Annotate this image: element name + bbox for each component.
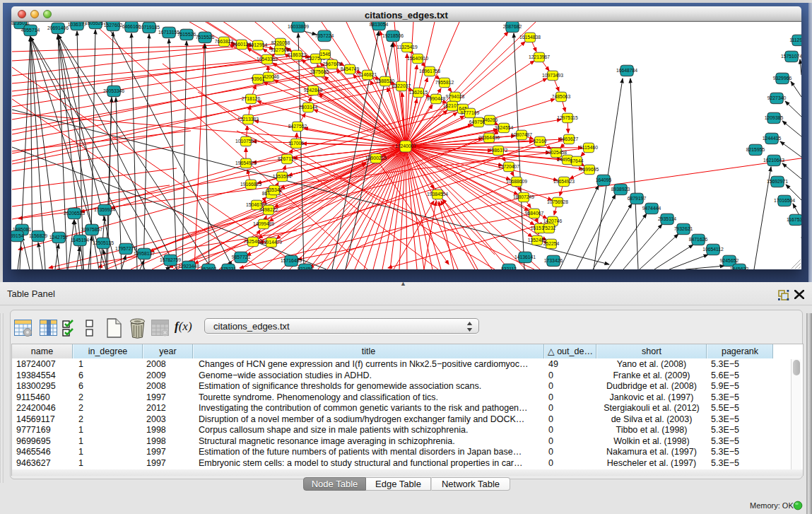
svg-text:1167533: 1167533 <box>787 217 801 222</box>
svg-text:8938923: 8938923 <box>611 187 630 192</box>
svg-text:2967608: 2967608 <box>323 62 342 66</box>
svg-text:13720407: 13720407 <box>498 164 519 169</box>
svg-text:7515526: 7515526 <box>196 35 215 40</box>
svg-text:9329966: 9329966 <box>773 76 792 81</box>
svg-text:8454749: 8454749 <box>341 66 360 71</box>
svg-text:117006: 117006 <box>288 141 304 146</box>
svg-text:11325419: 11325419 <box>396 45 418 49</box>
svg-text:75232: 75232 <box>543 226 556 230</box>
svg-text:18807249: 18807249 <box>513 194 534 199</box>
svg-text:2803144: 2803144 <box>299 105 318 110</box>
svg-text:7515526: 7515526 <box>177 32 196 37</box>
svg-text:10107553: 10107553 <box>235 139 257 144</box>
svg-text:13900215: 13900215 <box>365 156 387 160</box>
svg-text:9242848: 9242848 <box>304 88 323 93</box>
svg-text:1036377: 1036377 <box>68 22 87 27</box>
svg-text:14099489: 14099489 <box>253 221 274 226</box>
svg-text:20206523: 20206523 <box>64 211 85 216</box>
svg-text:16033809: 16033809 <box>288 24 309 29</box>
svg-text:9115460: 9115460 <box>579 145 598 150</box>
svg-text:16210643: 16210643 <box>763 158 784 163</box>
svg-text:16713155: 16713155 <box>158 30 180 35</box>
svg-text:16154838: 16154838 <box>519 35 541 40</box>
svg-text:3875685: 3875685 <box>310 69 329 74</box>
svg-text:12505135: 12505135 <box>93 240 114 245</box>
svg-text:952602: 952602 <box>201 267 217 269</box>
svg-text:16914479: 16914479 <box>261 240 282 245</box>
svg-text:87644: 87644 <box>570 158 584 163</box>
svg-text:30975857: 30975857 <box>81 227 102 232</box>
svg-text:7625402: 7625402 <box>244 239 263 244</box>
svg-text:3498222: 3498222 <box>259 207 278 212</box>
svg-text:9777169: 9777169 <box>461 110 480 115</box>
svg-text:19166825: 19166825 <box>240 182 261 187</box>
svg-text:8215955: 8215955 <box>746 147 765 152</box>
svg-text:10807487: 10807487 <box>511 132 532 137</box>
svg-text:10654112: 10654112 <box>702 247 724 252</box>
svg-text:15716485: 15716485 <box>281 258 302 263</box>
svg-text:17359934: 17359934 <box>94 207 115 212</box>
svg-text:1546: 1546 <box>319 52 330 57</box>
svg-text:19654923: 19654923 <box>553 179 575 184</box>
svg-text:93961: 93961 <box>252 76 265 81</box>
svg-text:4055714: 4055714 <box>21 28 40 33</box>
svg-text:15640910: 15640910 <box>407 56 428 61</box>
svg-text:9857721: 9857721 <box>232 255 251 259</box>
svg-text:9990448: 9990448 <box>427 96 446 101</box>
svg-text:1353594: 1353594 <box>273 174 292 179</box>
svg-text:9699695: 9699695 <box>580 167 599 172</box>
svg-text:16543362: 16543362 <box>257 57 278 62</box>
svg-text:20691406: 20691406 <box>47 25 69 30</box>
svg-text:10688609: 10688609 <box>506 179 527 184</box>
svg-text:746266: 746266 <box>482 117 498 122</box>
svg-text:2935114: 2935114 <box>658 216 676 221</box>
svg-text:135342: 135342 <box>266 187 283 192</box>
svg-text:7485063: 7485063 <box>552 94 571 99</box>
svg-text:9684067: 9684067 <box>525 211 544 216</box>
svg-text:62160: 62160 <box>534 139 547 144</box>
svg-text:1112905: 1112905 <box>789 37 801 42</box>
svg-text:1527602: 1527602 <box>104 23 123 28</box>
svg-text:8226058: 8226058 <box>271 40 290 45</box>
svg-text:9227340: 9227340 <box>767 95 787 100</box>
svg-text:1209385: 1209385 <box>765 115 784 120</box>
svg-text:9463627: 9463627 <box>560 136 579 141</box>
svg-text:7986372: 7986372 <box>489 148 508 153</box>
svg-text:922450: 922450 <box>298 267 314 269</box>
svg-text:7955812: 7955812 <box>435 80 454 85</box>
svg-text:12213383: 12213383 <box>237 117 259 122</box>
svg-text:9146821: 9146821 <box>358 72 377 77</box>
svg-text:20364436: 20364436 <box>478 135 500 140</box>
svg-text:16782759: 16782759 <box>160 257 181 262</box>
svg-text:1242757: 1242757 <box>49 235 69 240</box>
svg-text:7357224: 7357224 <box>315 33 334 38</box>
svg-text:12213967: 12213967 <box>529 54 550 59</box>
svg-text:2087682: 2087682 <box>503 24 522 29</box>
svg-text:1733426: 1733426 <box>544 258 563 263</box>
svg-text:1244415: 1244415 <box>763 136 782 141</box>
svg-text:1145194: 1145194 <box>71 238 89 243</box>
svg-text:6879197: 6879197 <box>628 196 647 201</box>
svg-text:875231: 875231 <box>220 267 237 269</box>
svg-text:8267110: 8267110 <box>278 156 296 161</box>
svg-text:20053346: 20053346 <box>103 88 124 93</box>
svg-text:9327508: 9327508 <box>271 47 290 52</box>
svg-text:12975115: 12975115 <box>557 115 578 120</box>
svg-text:1845632: 1845632 <box>730 267 749 269</box>
svg-text:12923448: 12923448 <box>178 264 199 269</box>
svg-text:10958137: 10958137 <box>134 251 155 256</box>
svg-text:8322037: 8322037 <box>392 83 411 88</box>
svg-text:10025458: 10025458 <box>546 150 567 155</box>
svg-text:17016504: 17016504 <box>774 198 795 203</box>
svg-text:15692971: 15692971 <box>767 179 788 184</box>
svg-text:17957275: 17957275 <box>115 246 136 251</box>
svg-text:10719185: 10719185 <box>139 25 160 30</box>
svg-text:7932621: 7932621 <box>674 226 693 231</box>
svg-text:7663822: 7663822 <box>215 39 234 44</box>
svg-text:1156829: 1156829 <box>29 233 47 238</box>
svg-text:9474444: 9474444 <box>642 206 661 211</box>
svg-text:17240007: 17240007 <box>395 144 416 148</box>
svg-text:14136141: 14136141 <box>514 255 536 259</box>
svg-text:252254: 252254 <box>543 241 560 246</box>
svg-text:9245652: 9245652 <box>720 258 739 263</box>
